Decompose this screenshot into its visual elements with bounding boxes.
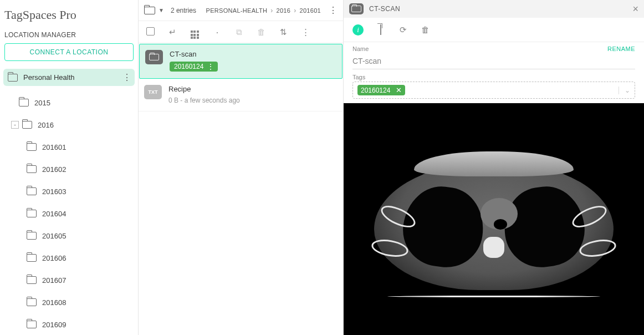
tree-item[interactable]: 201606 bbox=[0, 247, 138, 269]
entry-count: 2 entries bbox=[171, 7, 196, 14]
refresh-icon[interactable]: ⟳ bbox=[398, 25, 408, 35]
folder-icon bbox=[27, 187, 37, 195]
info-icon[interactable]: i bbox=[352, 24, 364, 35]
tree-item[interactable]: 201602 bbox=[0, 158, 138, 180]
back-icon[interactable]: ↵ bbox=[167, 27, 177, 37]
folder-icon bbox=[27, 321, 37, 328]
chevron-right-icon: › bbox=[294, 7, 296, 14]
delete-icon[interactable]: 🗑 bbox=[420, 25, 430, 34]
folder-icon bbox=[8, 74, 18, 82]
entry-title: Recipe bbox=[168, 85, 240, 93]
select-all-checkbox[interactable] bbox=[145, 27, 155, 37]
connect-location-button[interactable]: CONNECT A LOCATION bbox=[4, 43, 134, 61]
txt-badge: TXT bbox=[144, 85, 162, 99]
folder-icon bbox=[27, 232, 37, 240]
name-label: Name bbox=[352, 45, 369, 52]
location-manager-header: LOCATION MANAGER bbox=[0, 29, 138, 43]
rename-button[interactable]: RENAME bbox=[607, 45, 635, 52]
sort-icon[interactable]: ⇅ bbox=[278, 27, 288, 37]
tree-item-label: 201603 bbox=[42, 187, 66, 196]
more-menu-icon[interactable]: ⋮ bbox=[300, 27, 310, 37]
tree-item-label: 201606 bbox=[42, 254, 66, 262]
tree-item-label: 201601 bbox=[42, 143, 66, 151]
collapse-icon[interactable]: - bbox=[11, 121, 19, 129]
detail-form: Name RENAME Tags 20160124 ✕ ⌄ bbox=[344, 42, 644, 103]
folder-icon bbox=[145, 50, 163, 64]
tag-chip-label: 20160124 bbox=[174, 63, 203, 70]
folder-icon[interactable] bbox=[144, 7, 155, 14]
folder-icon bbox=[27, 210, 37, 217]
location-item-label: Personal Health bbox=[23, 73, 75, 82]
ct-scan-image bbox=[361, 130, 627, 308]
tag-chip[interactable]: 20160124⋮ bbox=[170, 62, 218, 72]
tags-label: Tags bbox=[352, 74, 365, 80]
delete-icon[interactable]: 🗑 bbox=[256, 27, 266, 37]
detail-title: CT-SCAN bbox=[369, 5, 400, 13]
entry-toolbar: ↵ ⧉ 🗑 ⇅ ⋮ bbox=[139, 21, 343, 43]
name-input[interactable] bbox=[352, 53, 635, 69]
tree-item[interactable]: 201604 bbox=[0, 202, 138, 225]
entry-item[interactable]: CT-scan20160124⋮ bbox=[139, 44, 343, 79]
breadcrumb-menu-icon[interactable]: ⋮ bbox=[329, 8, 338, 13]
tree-item-label: 201602 bbox=[42, 165, 66, 174]
folder-dropdown-icon[interactable]: ▼ bbox=[159, 7, 164, 13]
copy-icon[interactable]: ⧉ bbox=[234, 27, 244, 37]
breadcrumb-item[interactable]: 201601 bbox=[299, 7, 321, 14]
tree-item[interactable]: 201609 bbox=[0, 313, 138, 335]
tree-item[interactable]: 2015 bbox=[0, 92, 138, 114]
tag-menu-icon[interactable]: ⋮ bbox=[207, 64, 214, 69]
entry-list-pane: ▼ 2 entries PERSONAL-HEALTH›2016›201601 … bbox=[139, 0, 344, 335]
tree-item-label: 201605 bbox=[42, 232, 66, 240]
chevron-right-icon: › bbox=[270, 7, 273, 14]
remove-tag-icon[interactable]: ✕ bbox=[396, 86, 402, 94]
entry-item[interactable]: TXTRecipe0 B - a few seconds ago bbox=[139, 79, 343, 111]
breadcrumb-item[interactable]: PERSONAL-HEALTH bbox=[206, 7, 268, 14]
tag-chip[interactable]: 20160124 ✕ bbox=[357, 85, 405, 95]
folder-icon bbox=[27, 254, 37, 262]
tree-item-label: 201607 bbox=[42, 276, 66, 285]
grid-view-icon[interactable] bbox=[190, 25, 200, 39]
breadcrumb-item[interactable]: 2016 bbox=[277, 7, 291, 14]
tags-dropdown-icon[interactable]: ⌄ bbox=[619, 87, 630, 94]
tree-item[interactable]: 201601 bbox=[0, 136, 138, 158]
close-icon[interactable]: × bbox=[632, 3, 638, 15]
file-preview bbox=[344, 103, 644, 335]
tree-item[interactable]: 201603 bbox=[0, 180, 138, 202]
detail-toolbar: i ⟳ 🗑 bbox=[344, 18, 644, 42]
folder-icon bbox=[349, 3, 364, 14]
tree-item[interactable]: 201607 bbox=[0, 269, 138, 291]
folder-icon bbox=[19, 99, 29, 106]
entry-title: CT-scan bbox=[170, 50, 218, 58]
tree-item[interactable]: 201605 bbox=[0, 225, 138, 247]
tree-item-label: 201608 bbox=[42, 298, 66, 307]
tags-input[interactable]: 20160124 ✕ ⌄ bbox=[352, 82, 635, 99]
tree-item-label: 201604 bbox=[42, 210, 66, 218]
entry-list: CT-scan20160124⋮TXTRecipe0 B - a few sec… bbox=[139, 43, 343, 335]
folder-icon bbox=[27, 298, 37, 306]
tag-chip-label: 20160124 bbox=[361, 87, 390, 94]
detail-header: CT-SCAN × bbox=[344, 0, 644, 18]
breadcrumb: PERSONAL-HEALTH›2016›201601 bbox=[206, 7, 321, 14]
location-item[interactable]: Personal Health ⋮ bbox=[3, 69, 135, 86]
location-item-menu-icon[interactable]: ⋮ bbox=[122, 75, 131, 80]
tree-item[interactable]: 201608 bbox=[0, 291, 138, 313]
folder-icon bbox=[27, 276, 37, 284]
tree-item[interactable]: -2016 bbox=[0, 114, 138, 136]
entry-subtitle: 0 B - a few seconds ago bbox=[168, 97, 240, 104]
tree-item-label: 2015 bbox=[34, 99, 50, 107]
sidebar: TagSpaces Pro LOCATION MANAGER CONNECT A… bbox=[0, 0, 139, 335]
detail-pane: CT-SCAN × i ⟳ 🗑 Name RENAME Tags 2016012… bbox=[344, 0, 644, 335]
folder-tree: 2015-20162016012016022016032016042016052… bbox=[0, 89, 138, 335]
tree-item-label: 201609 bbox=[42, 321, 66, 329]
open-external-icon[interactable] bbox=[376, 25, 386, 34]
folder-icon bbox=[27, 165, 37, 173]
tree-item-label: 2016 bbox=[38, 121, 54, 129]
app-brand: TagSpaces Pro bbox=[0, 6, 138, 29]
entry-list-header: ▼ 2 entries PERSONAL-HEALTH›2016›201601 … bbox=[139, 0, 343, 21]
folder-icon bbox=[27, 143, 37, 151]
folder-icon bbox=[22, 121, 32, 129]
